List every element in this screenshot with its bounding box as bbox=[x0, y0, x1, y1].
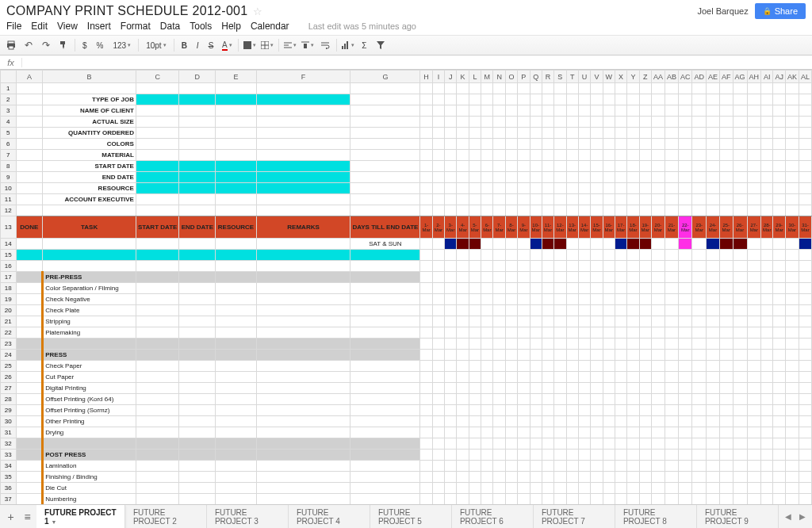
cell[interactable] bbox=[566, 128, 578, 139]
cell[interactable] bbox=[350, 394, 420, 405]
cell[interactable]: 28-Mar bbox=[761, 216, 773, 239]
cell[interactable] bbox=[578, 239, 590, 250]
cell[interactable] bbox=[591, 294, 603, 305]
cell[interactable] bbox=[747, 450, 761, 461]
menu-calendar[interactable]: Calendar bbox=[251, 21, 289, 32]
cell[interactable] bbox=[591, 261, 603, 272]
cell[interactable] bbox=[457, 128, 469, 139]
cell[interactable] bbox=[493, 172, 505, 183]
cell[interactable] bbox=[432, 472, 444, 483]
cell[interactable] bbox=[799, 194, 811, 205]
cell[interactable] bbox=[692, 483, 707, 494]
cell[interactable] bbox=[518, 261, 530, 272]
cell[interactable] bbox=[493, 161, 505, 172]
cell[interactable] bbox=[733, 394, 747, 405]
cell[interactable] bbox=[493, 494, 505, 505]
cell[interactable] bbox=[707, 94, 720, 105]
cell[interactable] bbox=[542, 83, 553, 94]
cell[interactable] bbox=[136, 117, 178, 128]
cell[interactable] bbox=[627, 483, 639, 494]
cell[interactable] bbox=[530, 294, 542, 305]
cell[interactable] bbox=[216, 250, 257, 261]
cell[interactable] bbox=[542, 339, 553, 350]
cell[interactable] bbox=[432, 438, 444, 450]
cell[interactable] bbox=[773, 105, 786, 117]
cell[interactable] bbox=[747, 472, 761, 483]
cell[interactable] bbox=[256, 472, 350, 483]
cell[interactable] bbox=[591, 383, 603, 394]
cell[interactable] bbox=[627, 450, 639, 461]
cell[interactable]: Drying bbox=[43, 427, 136, 438]
cell[interactable]: 18-Mar bbox=[627, 216, 639, 239]
cell[interactable] bbox=[16, 105, 43, 117]
cell[interactable] bbox=[615, 483, 626, 494]
cell[interactable] bbox=[566, 139, 578, 150]
cell[interactable] bbox=[542, 105, 553, 117]
cell[interactable] bbox=[16, 394, 43, 405]
menu-help[interactable]: Help bbox=[221, 21, 241, 32]
cell[interactable]: COLORS bbox=[43, 139, 136, 150]
cell[interactable] bbox=[481, 327, 493, 339]
cell[interactable] bbox=[651, 128, 665, 139]
cell[interactable] bbox=[665, 194, 678, 205]
col-header[interactable]: H bbox=[420, 71, 432, 83]
cell[interactable] bbox=[432, 427, 444, 438]
cell[interactable] bbox=[16, 294, 43, 305]
cell[interactable] bbox=[530, 327, 542, 339]
cell[interactable] bbox=[554, 416, 566, 427]
cell[interactable] bbox=[16, 494, 43, 505]
cell[interactable] bbox=[420, 438, 432, 450]
cell[interactable] bbox=[627, 494, 639, 505]
cell[interactable] bbox=[591, 250, 603, 261]
cell[interactable] bbox=[256, 483, 350, 494]
row-header[interactable]: 25 bbox=[1, 361, 17, 372]
cell[interactable] bbox=[16, 339, 43, 350]
cell[interactable] bbox=[591, 239, 603, 250]
cell[interactable] bbox=[773, 372, 786, 383]
cell[interactable] bbox=[627, 461, 639, 472]
cell[interactable] bbox=[505, 150, 517, 161]
cell[interactable] bbox=[615, 339, 626, 350]
cell[interactable] bbox=[554, 461, 566, 472]
cell[interactable] bbox=[518, 150, 530, 161]
cell[interactable] bbox=[627, 327, 639, 339]
tab-menu-caret-icon[interactable]: ▼ bbox=[52, 519, 57, 525]
cell[interactable] bbox=[692, 250, 707, 261]
cell[interactable] bbox=[136, 494, 178, 505]
col-header[interactable]: AH bbox=[747, 71, 761, 83]
cell[interactable] bbox=[179, 405, 216, 416]
cell[interactable] bbox=[518, 427, 530, 438]
cell[interactable] bbox=[591, 427, 603, 438]
cell[interactable] bbox=[678, 261, 692, 272]
cell[interactable] bbox=[615, 94, 626, 105]
cell[interactable] bbox=[432, 405, 444, 416]
cell[interactable] bbox=[457, 350, 469, 361]
cell[interactable] bbox=[16, 305, 43, 316]
cell[interactable] bbox=[773, 350, 786, 361]
cell[interactable] bbox=[639, 305, 651, 316]
cell[interactable] bbox=[720, 416, 733, 427]
cell[interactable] bbox=[627, 427, 639, 438]
cell[interactable] bbox=[179, 472, 216, 483]
currency-button[interactable]: $ bbox=[80, 39, 90, 52]
cell[interactable] bbox=[457, 339, 469, 350]
cell[interactable] bbox=[493, 239, 505, 250]
cell[interactable] bbox=[469, 205, 481, 216]
cell[interactable] bbox=[799, 83, 811, 94]
cell[interactable] bbox=[256, 339, 350, 350]
cell[interactable] bbox=[678, 161, 692, 172]
cell[interactable] bbox=[505, 372, 517, 383]
cell[interactable] bbox=[665, 350, 678, 361]
cell[interactable] bbox=[432, 83, 444, 94]
cell[interactable] bbox=[578, 294, 590, 305]
cell[interactable] bbox=[136, 183, 178, 194]
cell[interactable] bbox=[578, 394, 590, 405]
cell[interactable] bbox=[542, 283, 553, 294]
cell[interactable] bbox=[773, 139, 786, 150]
cell[interactable] bbox=[578, 427, 590, 438]
cell[interactable] bbox=[627, 239, 639, 250]
cell[interactable]: 6-Mar bbox=[481, 216, 493, 239]
cell[interactable] bbox=[493, 472, 505, 483]
cell[interactable] bbox=[469, 117, 481, 128]
col-header[interactable]: AD bbox=[692, 71, 707, 83]
